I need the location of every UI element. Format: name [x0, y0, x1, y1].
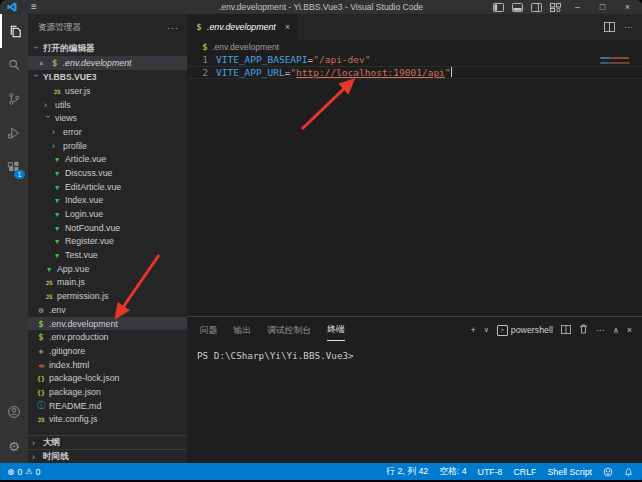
tree-item[interactable]: Index.vue: [28, 194, 187, 208]
minimize-button[interactable]: –: [565, 0, 590, 14]
menu-icon[interactable]: ≡: [31, 0, 37, 14]
code-editor[interactable]: 1 VITE_APP_BASEAPI="/api-dev" 2 VITE_APP…: [187, 53, 642, 316]
vue-file-icon: [52, 250, 62, 260]
minimap[interactable]: [598, 53, 636, 316]
tab-close-icon[interactable]: ×: [285, 22, 290, 32]
close-editor-icon[interactable]: ×: [39, 59, 44, 68]
folder-chevron-icon: ›: [43, 115, 53, 123]
powershell-icon: >: [497, 325, 508, 336]
customize-layout-icon[interactable]: [546, 0, 565, 14]
tree-item[interactable]: EditArticle.vue: [28, 180, 187, 194]
breadcrumb[interactable]: .env.development: [187, 40, 642, 53]
tree-item[interactable]: › profile: [28, 139, 187, 153]
cursor-position-status[interactable]: 行 2, 列 42: [386, 466, 428, 478]
editor-more-actions-icon[interactable]: ···: [624, 22, 633, 32]
js-file-icon: [44, 277, 54, 287]
tree-item[interactable]: Register.vue: [28, 235, 187, 249]
sidebar-title: 资源管理器: [38, 22, 81, 34]
tree-item[interactable]: user.js: [28, 84, 187, 98]
explorer-icon[interactable]: [0, 14, 28, 48]
tree-item-label: EditArticle.vue: [65, 182, 121, 192]
tree-item[interactable]: Login.vue: [28, 207, 187, 221]
indentation-status[interactable]: 空格: 4: [439, 466, 466, 478]
close-panel-icon[interactable]: ×: [627, 325, 632, 335]
vscode-window: ≡ .env.development - Yi.BBS.Vue3 - Visua…: [0, 0, 642, 482]
shellscript-file-icon: [194, 22, 204, 32]
tree-item[interactable]: .gitignore: [28, 344, 187, 358]
maximize-button[interactable]: □: [590, 0, 615, 14]
search-icon[interactable]: [0, 48, 28, 82]
open-editors-header[interactable]: › 打开的编辑器: [28, 42, 187, 56]
language-mode-status[interactable]: Shell Script: [548, 467, 593, 477]
project-root-header[interactable]: › YI.BBS.VUE3: [28, 70, 187, 84]
tree-item[interactable]: .env.development: [28, 317, 187, 331]
extensions-icon[interactable]: 1: [0, 150, 28, 184]
tab-terminal[interactable]: 终端: [327, 319, 345, 341]
split-terminal-icon[interactable]: [561, 325, 571, 336]
tree-item[interactable]: › views: [28, 111, 187, 125]
toggle-secondary-sidebar-icon[interactable]: [527, 0, 546, 14]
bottom-panel: 问题 输出 调试控制台 终端 + ∨ > powershell: [187, 316, 642, 463]
tree-item[interactable]: › utils: [28, 98, 187, 112]
tree-item[interactable]: permission.js: [28, 289, 187, 303]
tree-item[interactable]: NotFound.vue: [28, 221, 187, 235]
vue-file-icon: [52, 209, 62, 219]
breadcrumb-item[interactable]: .env.development: [212, 42, 279, 52]
new-terminal-icon[interactable]: +: [470, 325, 475, 335]
tab-env-development[interactable]: .env.development ×: [187, 14, 297, 40]
toggle-sidebar-icon[interactable]: [489, 0, 508, 14]
split-editor-icon[interactable]: [604, 18, 615, 36]
kill-terminal-icon[interactable]: [579, 324, 588, 336]
tree-item[interactable]: package.json: [28, 385, 187, 399]
js-file-icon: [44, 291, 54, 301]
source-control-icon[interactable]: [0, 82, 28, 116]
tree-item-label: main.js: [57, 277, 85, 287]
run-and-debug-icon[interactable]: [0, 116, 28, 150]
toggle-panel-icon[interactable]: [508, 0, 527, 14]
maximize-panel-icon[interactable]: ∧: [613, 326, 619, 335]
terminal[interactable]: PS D:\CSharp\Yi\Yi.BBS.Vue3>: [187, 343, 642, 463]
tree-item[interactable]: App.vue: [28, 262, 187, 276]
tree-item[interactable]: index.html: [28, 358, 187, 372]
tab-output[interactable]: 输出: [234, 320, 252, 341]
tree-item[interactable]: package-lock.json: [28, 371, 187, 385]
tree-item-label: error: [63, 127, 82, 137]
eol-status[interactable]: CRLF: [514, 467, 537, 477]
vue-file-icon: [52, 182, 62, 192]
warning-icon: ⚠: [25, 467, 32, 476]
error-icon: ⊗: [7, 467, 14, 477]
settings-gear-icon[interactable]: ⚙: [0, 429, 28, 463]
tree-item[interactable]: Discuss.vue: [28, 166, 187, 180]
notifications-bell-icon[interactable]: [624, 467, 633, 477]
tree-item[interactable]: .env: [28, 303, 187, 317]
tab-problems[interactable]: 问题: [200, 320, 218, 341]
account-icon[interactable]: [0, 395, 28, 429]
tree-item[interactable]: Article.vue: [28, 152, 187, 166]
outline-section-header[interactable]: › 大纲: [28, 435, 187, 449]
vscode-logo-icon: [7, 2, 17, 12]
line-number: 2: [187, 67, 208, 78]
tab-debug-console[interactable]: 调试控制台: [267, 320, 311, 341]
close-button[interactable]: ×: [615, 0, 640, 14]
panel-more-actions-icon[interactable]: ···: [596, 325, 605, 335]
tree-item-label: Login.vue: [65, 209, 103, 219]
encoding-status[interactable]: UTF-8: [478, 467, 503, 477]
diamond-file-icon: [36, 346, 46, 356]
feedback-icon[interactable]: [603, 467, 613, 477]
open-editor-item[interactable]: × .env.development: [28, 56, 187, 70]
terminal-dropdown-icon[interactable]: ∨: [484, 326, 489, 334]
tree-item[interactable]: vite.config.js: [28, 413, 187, 427]
vue-file-icon: [52, 223, 62, 233]
shellscript-file-icon: [50, 58, 60, 68]
vue-file-icon: [44, 264, 54, 274]
tree-item[interactable]: Test.vue: [28, 248, 187, 262]
explorer-more-actions-icon[interactable]: ···: [167, 23, 179, 33]
tree-item[interactable]: README.md: [28, 399, 187, 413]
problems-status[interactable]: ⊗0 ⚠0: [7, 467, 40, 477]
timeline-section-header[interactable]: › 时间线: [28, 449, 187, 463]
tree-item[interactable]: .env.production: [28, 330, 187, 344]
tree-item[interactable]: main.js: [28, 276, 187, 290]
url-link[interactable]: http://localhost:19001/api: [296, 67, 445, 78]
terminal-shell-select[interactable]: > powershell: [497, 325, 553, 336]
tree-item[interactable]: › error: [28, 125, 187, 139]
